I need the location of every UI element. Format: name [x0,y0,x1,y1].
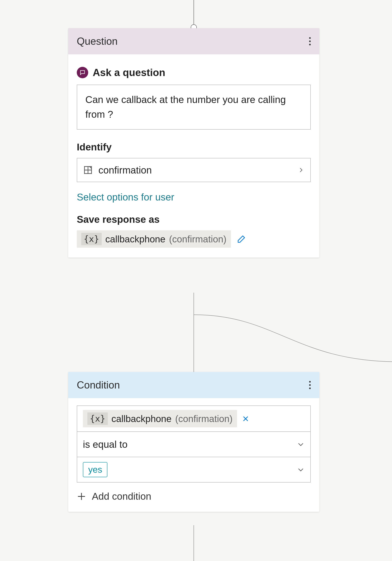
save-variable-row: {x} callbackphone (confirmation) [77,230,311,248]
chat-icon [77,67,88,78]
condition-variable-row[interactable]: {x} callbackphone (confirmation) [77,406,310,432]
connector-line-in [194,0,194,26]
condition-operator: is equal to [83,439,292,450]
condition-variable-type: (confirmation) [175,413,233,424]
connector-branch-curve [194,313,392,364]
add-condition-label: Add condition [92,491,151,502]
entity-icon [83,165,93,175]
variable-braces-icon: {x} [87,412,108,425]
question-menu-button[interactable] [309,37,311,45]
save-variable-type: (confirmation) [169,234,227,245]
select-options-link[interactable]: Select options for user [77,192,311,203]
condition-value-pill[interactable]: yes [83,462,107,477]
ask-question-label: Ask a question [93,67,165,78]
condition-operator-row[interactable]: is equal to [77,432,310,457]
question-text: Can we callback at the number you are ca… [85,94,286,120]
chevron-right-icon [298,167,304,173]
plus-icon [77,492,86,501]
save-variable-chip[interactable]: {x} callbackphone (confirmation) [77,230,231,248]
condition-variable-name: callbackphone [112,413,172,424]
condition-card-title: Condition [77,379,120,391]
condition-card[interactable]: Condition {x} callbackphone (confirmatio… [68,372,319,512]
pencil-icon[interactable] [237,235,246,243]
condition-expression: {x} callbackphone (confirmation) is equa… [77,405,311,483]
ask-question-heading: Ask a question [77,67,311,78]
condition-menu-button[interactable] [309,381,311,389]
connector-line-mid [194,293,194,373]
variable-braces-icon: {x} [81,233,102,245]
identify-label: Identify [77,141,311,153]
condition-value-row[interactable]: yes [77,457,310,482]
save-response-label: Save response as [77,214,311,225]
chevron-down-icon [297,441,305,448]
condition-variable-chip[interactable]: {x} callbackphone (confirmation) [83,410,237,427]
save-variable-name: callbackphone [105,234,165,245]
close-icon[interactable] [242,415,249,422]
question-card[interactable]: Question Ask a question Can we callback … [68,28,319,258]
question-card-header: Question [68,28,319,54]
connector-line-out [194,525,194,561]
add-condition-button[interactable]: Add condition [77,491,311,502]
identify-select[interactable]: confirmation [77,158,311,182]
condition-card-header: Condition [68,372,319,398]
identify-value: confirmation [98,164,292,176]
chevron-down-icon [297,466,305,474]
question-text-input[interactable]: Can we callback at the number you are ca… [77,85,311,129]
question-card-title: Question [77,35,118,47]
